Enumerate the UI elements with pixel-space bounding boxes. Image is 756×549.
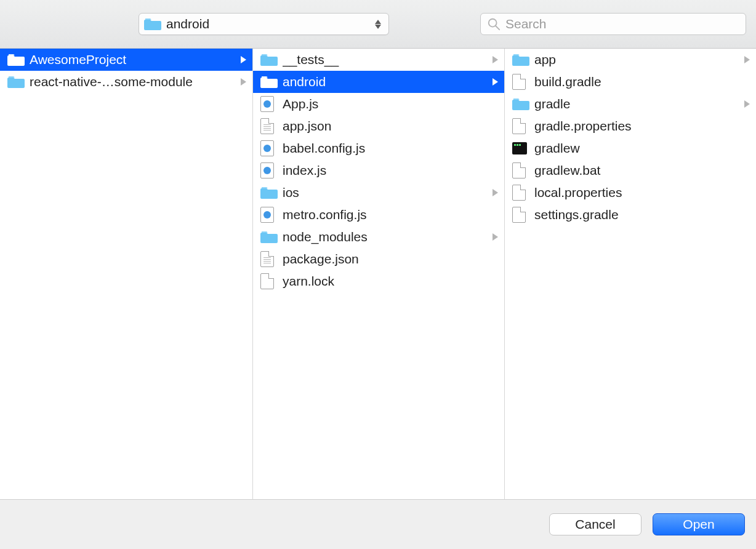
footer: Cancel Open	[0, 499, 756, 549]
file-icon	[260, 274, 278, 289]
file-name: app.json	[283, 119, 491, 134]
stepper-icon	[372, 20, 384, 29]
file-row[interactable]: metro.config.js	[253, 204, 504, 226]
file-row[interactable]: gradle.properties	[505, 115, 756, 137]
chevron-right-icon	[742, 100, 751, 108]
file-row[interactable]: app	[505, 49, 756, 71]
folder-icon	[260, 74, 278, 89]
file-name: settings.gradle	[534, 207, 742, 222]
toolbar: android	[0, 0, 756, 49]
folder-icon	[260, 230, 278, 244]
open-button[interactable]: Open	[653, 513, 745, 535]
file-name: android	[283, 74, 491, 89]
file-row[interactable]: yarn.lock	[253, 270, 504, 292]
js-file-icon	[260, 207, 278, 222]
column-1[interactable]: AwesomeProjectreact-native-…some-module	[0, 49, 253, 499]
file-name: node_modules	[283, 230, 491, 244]
folder-icon	[7, 74, 25, 89]
file-row[interactable]: gradle	[505, 93, 756, 115]
file-row[interactable]: App.js	[253, 93, 504, 115]
text-file-icon	[260, 119, 278, 134]
column-browser: AwesomeProjectreact-native-…some-module …	[0, 49, 756, 499]
chevron-right-icon	[491, 233, 499, 241]
file-icon	[512, 207, 529, 222]
file-row[interactable]: settings.gradle	[505, 204, 756, 226]
chevron-right-icon	[491, 189, 499, 196]
chevron-right-icon	[491, 56, 499, 63]
file-row[interactable]: ios	[253, 182, 504, 204]
column-2[interactable]: __tests__androidApp.jsapp.jsonbabel.conf…	[253, 49, 505, 499]
file-row[interactable]: babel.config.js	[253, 137, 504, 159]
file-row[interactable]: build.gradle	[505, 71, 756, 93]
chevron-right-icon	[239, 56, 247, 63]
path-label: android	[166, 17, 372, 31]
path-popup-button[interactable]: android	[139, 13, 389, 35]
file-row[interactable]: app.json	[253, 115, 504, 137]
file-row[interactable]: gradlew.bat	[505, 159, 756, 182]
search-field[interactable]	[480, 13, 746, 35]
file-icon	[512, 119, 529, 134]
file-row[interactable]: package.json	[253, 248, 504, 270]
folder-icon	[144, 17, 161, 31]
file-name: gradlew	[534, 141, 742, 156]
file-row[interactable]: AwesomeProject	[0, 49, 252, 71]
file-name: metro.config.js	[283, 207, 491, 222]
chevron-right-icon	[491, 78, 499, 86]
text-file-icon	[260, 252, 278, 266]
file-name: app	[534, 52, 742, 67]
file-name: __tests__	[283, 52, 491, 67]
folder-icon	[260, 185, 278, 200]
js-file-icon	[260, 97, 278, 111]
file-row[interactable]: gradlew	[505, 137, 756, 159]
folder-icon	[512, 52, 529, 67]
executable-file-icon	[512, 141, 529, 156]
file-name: ios	[283, 185, 491, 200]
file-row[interactable]: react-native-…some-module	[0, 71, 252, 93]
folder-icon	[7, 52, 25, 67]
file-row[interactable]: android	[253, 71, 504, 93]
folder-icon	[512, 97, 529, 111]
file-row[interactable]: local.properties	[505, 182, 756, 204]
file-name: babel.config.js	[283, 141, 491, 156]
folder-icon	[260, 52, 278, 67]
file-name: react-native-…some-module	[30, 74, 239, 89]
chevron-right-icon	[742, 56, 751, 63]
cancel-button[interactable]: Cancel	[549, 513, 641, 535]
file-name: gradle.properties	[534, 119, 742, 134]
file-name: local.properties	[534, 185, 742, 200]
file-name: gradlew.bat	[534, 163, 742, 178]
file-icon	[512, 74, 529, 89]
file-name: yarn.lock	[283, 274, 491, 289]
file-row[interactable]: node_modules	[253, 226, 504, 248]
file-row[interactable]: __tests__	[253, 49, 504, 71]
file-name: index.js	[283, 163, 491, 178]
column-3[interactable]: appbuild.gradlegradlegradle.propertiesgr…	[505, 49, 756, 499]
file-row[interactable]: index.js	[253, 159, 504, 182]
search-icon	[487, 17, 501, 31]
svg-line-1	[496, 26, 499, 30]
search-input[interactable]	[505, 17, 739, 31]
file-name: build.gradle	[534, 74, 742, 89]
file-name: AwesomeProject	[30, 52, 239, 67]
file-name: gradle	[534, 97, 742, 111]
chevron-right-icon	[239, 78, 247, 86]
js-file-icon	[260, 163, 278, 178]
file-icon	[512, 163, 529, 178]
file-name: App.js	[283, 97, 491, 111]
file-icon	[512, 185, 529, 200]
file-name: package.json	[283, 252, 491, 266]
js-file-icon	[260, 141, 278, 156]
